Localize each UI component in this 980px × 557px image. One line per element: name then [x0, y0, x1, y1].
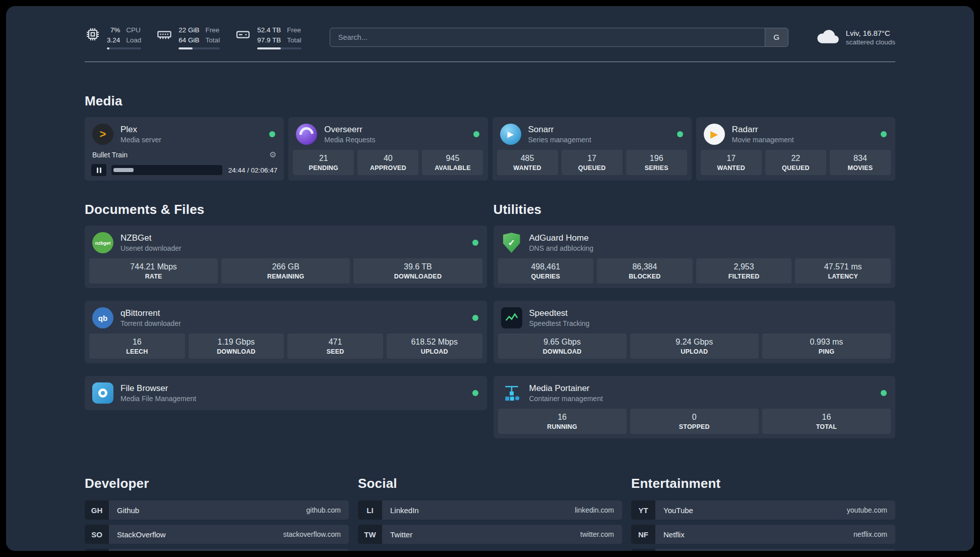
- search-bar: G: [330, 28, 788, 47]
- stat-leech: 16LEECH: [89, 333, 185, 359]
- bookmark-abbr: DT: [85, 549, 109, 551]
- pause-button[interactable]: [91, 164, 106, 176]
- entertainment-section-title: Entertainment: [631, 476, 895, 491]
- status-dot: [472, 315, 478, 321]
- status-dot: [472, 390, 478, 396]
- status-dot: [472, 240, 478, 246]
- service-description: DNS and adblocking: [529, 244, 594, 252]
- stat-queued: 22QUEUED: [765, 150, 826, 175]
- bookmark-linkedin[interactable]: LI LinkedIn linkedin.com: [358, 500, 622, 520]
- service-card-nzbget[interactable]: nzbget NZBGet Usenet downloader 744.21 M…: [85, 226, 487, 288]
- overseerr-icon: [296, 124, 317, 145]
- bookmark-name: Netflix: [655, 525, 853, 544]
- stat-upload: 618.52 MbpsUPLOAD: [387, 333, 482, 359]
- service-name: Plex: [120, 125, 161, 135]
- bookmark-github[interactable]: GH Github github.com: [85, 500, 349, 520]
- disk-meter-fill: [257, 47, 280, 49]
- memory-free-label: Free: [206, 25, 220, 35]
- status-dot: [473, 131, 479, 137]
- stat-latency: 47.571 msLATENCY: [795, 258, 891, 284]
- cloud-icon: [817, 28, 839, 46]
- service-card-plex[interactable]: > Plex Media server Bullet Train ⚙: [85, 117, 284, 181]
- utilities-section-title: Utilities: [494, 202, 896, 217]
- bookmark-name: Reddit: [655, 549, 854, 551]
- stat-running: 16RUNNING: [498, 409, 627, 434]
- seek-bar[interactable]: [111, 165, 222, 175]
- qbittorrent-icon: qb: [92, 307, 113, 328]
- disk-total-label: Total: [287, 35, 301, 45]
- stat-blocked: 86,384BLOCKED: [597, 258, 693, 284]
- status-dot: [269, 131, 275, 137]
- service-description: Media File Management: [120, 395, 196, 403]
- stat-seed: 471SEED: [287, 333, 383, 359]
- service-card-speedtest[interactable]: Speedtest Speedtest Tracking 9.65 GbpsDO…: [494, 301, 896, 363]
- search-input[interactable]: [330, 28, 765, 46]
- top-bar: 7% 3.24 CPU Load: [85, 25, 895, 49]
- dashboard: 7% 3.24 CPU Load: [6, 6, 974, 551]
- bookmark-name: Github: [109, 500, 307, 520]
- bookmark-abbr: TW: [358, 525, 382, 544]
- service-name: qBittorrent: [120, 308, 181, 318]
- memory-widget: 22 GiB 64 GiB Free Total: [156, 25, 220, 49]
- service-card-filebrowser[interactable]: File Browser Media File Management: [85, 376, 487, 410]
- filebrowser-icon: [92, 382, 113, 404]
- bookmark-url: github.com: [307, 500, 349, 520]
- service-card-radarr[interactable]: ▶ Radarr Movie management 17WANTED 22QUE…: [696, 117, 895, 181]
- service-card-adguard[interactable]: ✓ AdGuard Home DNS and adblocking 498,46…: [494, 226, 896, 288]
- service-card-overseerr[interactable]: Overseerr Media Requests 21PENDING 40APP…: [288, 117, 487, 181]
- stat-upload: 9.24 GbpsUPLOAD: [630, 333, 759, 359]
- plex-icon: >: [92, 124, 113, 145]
- documents-section-title: Documents & Files: [85, 202, 487, 217]
- stat-filtered: 2,953FILTERED: [696, 258, 792, 284]
- stat-rate: 744.21 MbpsRATE: [89, 258, 218, 284]
- disk-meter: [257, 47, 301, 49]
- stat-wanted: 17WANTED: [701, 150, 762, 175]
- service-card-portainer[interactable]: Media Portainer Container management 16R…: [494, 376, 896, 438]
- bookmark-netflix[interactable]: NF Netflix netflix.com: [631, 525, 895, 544]
- bookmark-abbr: GH: [85, 500, 109, 520]
- system-resources: 7% 3.24 CPU Load: [85, 25, 301, 49]
- weather-widget[interactable]: Lviv, 16.87°C scattered clouds: [817, 28, 895, 46]
- bookmark-abbr: LI: [358, 500, 382, 520]
- cpu-value: 7%: [107, 25, 120, 35]
- stat-stopped: 0STOPPED: [630, 409, 759, 434]
- bookmark-reddit[interactable]: RE Reddit reddit.com: [631, 549, 895, 551]
- bookmark-abbr: RE: [631, 549, 655, 551]
- topbar-divider: [85, 62, 895, 62]
- radarr-icon: ▶: [704, 124, 725, 145]
- cpu-load-value: 3.24: [107, 35, 120, 45]
- playback-time: 24:44 / 02:06:47: [227, 166, 278, 174]
- service-name: Speedtest: [529, 308, 590, 318]
- bookmark-youtube[interactable]: YT YouTube youtube.com: [631, 500, 895, 520]
- gear-icon[interactable]: ⚙: [269, 150, 276, 159]
- service-card-qbittorrent[interactable]: qb qBittorrent Torrent downloader 16LEEC…: [85, 301, 487, 363]
- speedtest-icon: [501, 307, 522, 328]
- stat-downloaded: 39.6 TBDOWNLOADED: [353, 258, 482, 284]
- search-provider-button[interactable]: G: [765, 28, 788, 46]
- bookmark-url: reddit.com: [854, 549, 895, 551]
- section-developer: Developer GH Github github.com SO StackO…: [85, 476, 349, 551]
- seek-bar-fill: [113, 168, 134, 172]
- media-section-title: Media: [85, 93, 895, 109]
- cpu-load-label: Load: [126, 35, 141, 45]
- service-name: File Browser: [120, 383, 196, 394]
- memory-total-label: Total: [206, 35, 220, 45]
- weather-description: scattered clouds: [846, 38, 895, 46]
- stat-total: 16TOTAL: [762, 409, 891, 434]
- stat-remaining: 266 GBREMAINING: [221, 258, 350, 284]
- disk-free-value: 52.4 TB: [257, 25, 281, 35]
- stat-movies: 834MOVIES: [830, 150, 891, 175]
- bookmark-name: Twitter: [382, 525, 580, 544]
- disk-widget: 52.4 TB 97.9 TB Free Total: [235, 25, 301, 49]
- service-description: Media Requests: [324, 136, 375, 144]
- status-dot: [881, 390, 887, 396]
- bookmark-stackoverflow[interactable]: SO StackOverflow stackoverflow.com: [85, 525, 349, 544]
- memory-icon: [156, 26, 172, 42]
- bookmark-twitter[interactable]: TW Twitter twitter.com: [358, 525, 622, 544]
- service-card-sonarr[interactable]: ▶ Sonarr Series management 485WANTED 17Q…: [493, 117, 692, 181]
- service-description: Movie management: [732, 136, 794, 144]
- bookmark-dev[interactable]: DT DEV dev.to: [85, 549, 349, 551]
- nzbget-icon: nzbget: [92, 232, 113, 253]
- disk-free-label: Free: [287, 25, 301, 35]
- bookmark-abbr: YT: [631, 500, 655, 520]
